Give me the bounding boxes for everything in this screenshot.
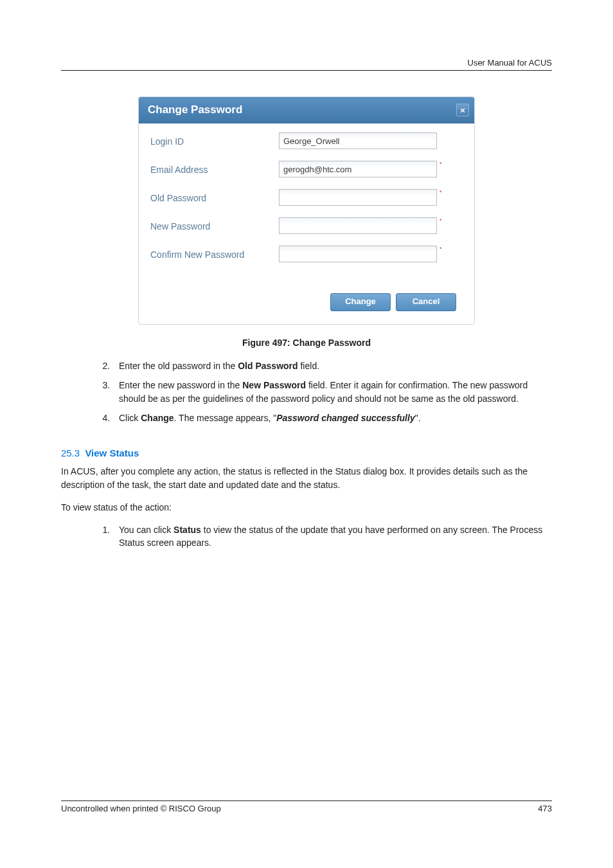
- step-text: . The message appears, ": [174, 413, 277, 423]
- dialog-header: Change Password ×: [139, 97, 474, 123]
- fieldwrap-login-id: [279, 132, 437, 149]
- dialog-button-row: Change Cancel: [150, 274, 463, 311]
- new-password-field[interactable]: [279, 217, 437, 234]
- fieldwrap-email: *: [279, 161, 442, 177]
- fieldwrap-old-password: *: [279, 189, 442, 206]
- row-login-id: Login ID: [150, 132, 463, 149]
- section-paragraph-2: To view status of the action:: [61, 501, 552, 514]
- figure-change-password: Change Password × Login ID Email Address…: [138, 96, 475, 325]
- header-rule: [61, 70, 552, 71]
- page-footer: Uncontrolled when printed © RISCO Group …: [61, 800, 552, 813]
- step-bold: Status: [173, 525, 201, 535]
- list-item: You can click Status to view the status …: [112, 523, 552, 550]
- required-mark-icon: *: [440, 189, 442, 195]
- header-right-text: User Manual for ACUS: [61, 58, 552, 70]
- step-text: Click: [119, 413, 141, 423]
- row-old-password: Old Password *: [150, 189, 463, 206]
- list-item: Enter the old password in the Old Passwo…: [112, 359, 552, 372]
- section-number: 25.3: [61, 448, 80, 458]
- row-new-password: New Password *: [150, 217, 463, 234]
- row-confirm-password: Confirm New Password *: [150, 246, 463, 262]
- steps-list-2: You can click Status to view the status …: [61, 523, 552, 550]
- section-title: 25.3 View Status: [61, 448, 552, 458]
- dialog-title: Change Password: [148, 104, 242, 116]
- step-bold: Change: [141, 413, 173, 423]
- cancel-button[interactable]: Cancel: [396, 293, 456, 311]
- step-text: You can click: [119, 525, 173, 535]
- list-item: Click Change. The message appears, "Pass…: [112, 411, 552, 424]
- step-bold: Old Password: [238, 361, 298, 371]
- footer-left: Uncontrolled when printed © RISCO Group: [61, 804, 221, 813]
- required-mark-icon: *: [440, 161, 442, 167]
- figure-caption: Figure 497: Change Password: [61, 338, 552, 348]
- step-text: Enter the new password in the: [119, 380, 242, 390]
- step-text: field.: [298, 361, 319, 371]
- step-bold: New Password: [242, 380, 306, 390]
- label-login-id: Login ID: [150, 132, 279, 147]
- required-mark-icon: *: [440, 217, 442, 224]
- label-email: Email Address: [150, 161, 279, 175]
- footer-rule: [61, 800, 552, 801]
- close-icon[interactable]: ×: [456, 104, 469, 116]
- label-confirm-password: Confirm New Password: [150, 246, 279, 260]
- step-text: Enter the old password in the: [119, 361, 238, 371]
- list-item: Enter the new password in the New Passwo…: [112, 379, 552, 405]
- section-paragraph-1: In ACUS, after you complete any action, …: [61, 465, 552, 492]
- dialog-body: Login ID Email Address * Old Password: [139, 123, 474, 324]
- step-text: ".: [415, 413, 421, 423]
- change-password-dialog: Change Password × Login ID Email Address…: [138, 96, 475, 325]
- footer-page-number: 473: [538, 804, 552, 813]
- steps-list-1: Enter the old password in the Old Passwo…: [61, 359, 552, 424]
- change-button[interactable]: Change: [330, 293, 391, 311]
- email-field[interactable]: [279, 161, 437, 177]
- fieldwrap-confirm-password: *: [279, 246, 442, 262]
- required-mark-icon: *: [440, 246, 442, 252]
- login-id-field[interactable]: [279, 132, 437, 149]
- section-name: View Status: [85, 448, 139, 458]
- step-bold-italic: Password changed successfully: [276, 413, 415, 423]
- label-new-password: New Password: [150, 217, 279, 231]
- fieldwrap-new-password: *: [279, 217, 442, 234]
- label-old-password: Old Password: [150, 189, 279, 203]
- old-password-field[interactable]: [279, 189, 437, 206]
- confirm-password-field[interactable]: [279, 246, 437, 262]
- row-email: Email Address *: [150, 161, 463, 177]
